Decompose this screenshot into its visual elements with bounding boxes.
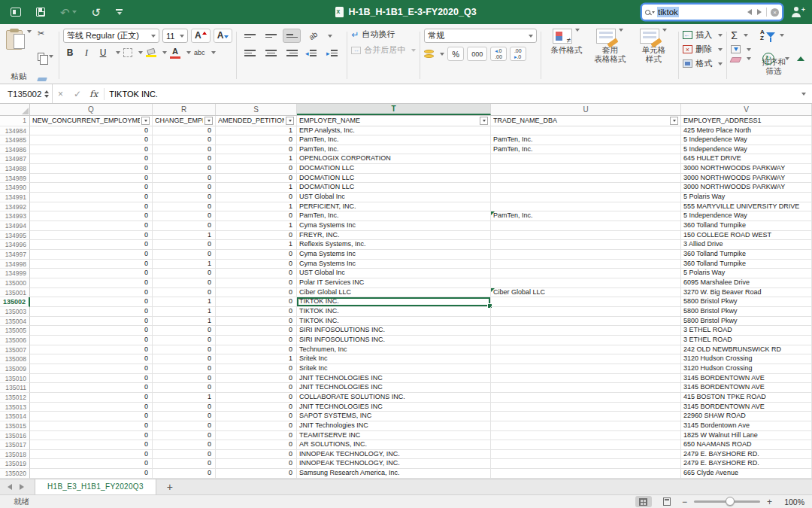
grid-cell[interactable]: 0 xyxy=(153,431,216,441)
grid-cell[interactable]: 3145 BORDENTOWN AVE xyxy=(681,383,812,393)
share-caret-icon[interactable] xyxy=(785,57,789,60)
grid-cell[interactable]: 3000 NORTHWOODS PARKWAY xyxy=(681,174,812,184)
grid-cell[interactable]: 0 xyxy=(30,269,153,278)
grid-cell[interactable]: 1 xyxy=(216,183,297,193)
format-as-table-button[interactable]: 套用表格格式 xyxy=(589,29,631,82)
prev-sheet-icon[interactable] xyxy=(8,484,12,490)
grid-cell[interactable]: 0 xyxy=(216,288,297,298)
grid-cell[interactable] xyxy=(491,469,681,479)
grid-cell[interactable] xyxy=(491,393,681,403)
grid-cell[interactable] xyxy=(491,231,681,241)
fill-color-icon[interactable] xyxy=(146,49,156,57)
filter-button-T[interactable] xyxy=(480,117,488,125)
row-number[interactable]: 135016 xyxy=(0,431,30,441)
grid-cell[interactable]: SIRI INFOSOLUTIONS INC. xyxy=(297,336,491,345)
grid-cell[interactable]: Ciber Global LLC xyxy=(297,288,491,298)
name-box[interactable]: T135002 xyxy=(0,84,53,103)
grid-cell[interactable]: TIKTOK INC. xyxy=(297,307,491,317)
grid-cell[interactable]: 0 xyxy=(153,183,216,193)
grid-cell[interactable]: 0 xyxy=(216,459,297,469)
grid-cell[interactable]: 0 xyxy=(30,145,153,155)
grid-cell[interactable]: 0 xyxy=(216,269,297,278)
grid-cell[interactable]: 3145 BORDENTOWN AVE xyxy=(681,403,812,412)
grid-cell[interactable]: 1 xyxy=(216,154,297,164)
grid-cell[interactable]: 6095 Marshalee Drive xyxy=(681,278,812,288)
row-number[interactable]: 134987 xyxy=(0,154,30,164)
grid-cell[interactable]: 0 xyxy=(153,193,216,202)
grid-cell[interactable]: 1 xyxy=(216,126,297,136)
grid-cell[interactable] xyxy=(491,250,681,260)
grid-cell[interactable]: PamTen, Inc. xyxy=(491,211,681,221)
grid-cell[interactable]: 0 xyxy=(153,164,216,174)
row-number[interactable]: 135009 xyxy=(0,364,30,374)
insert-function-icon[interactable]: fx xyxy=(89,89,98,99)
grid-cell[interactable] xyxy=(491,354,681,364)
grid-cell[interactable]: 0 xyxy=(216,364,297,374)
row-number[interactable]: 135014 xyxy=(0,412,30,421)
grid-cell[interactable]: 0 xyxy=(216,469,297,479)
grid-cell[interactable] xyxy=(491,450,681,460)
search-input[interactable]: tiktok × xyxy=(642,5,782,20)
grid-cell[interactable]: 242 OLD NEWBRUNSWICK RD xyxy=(681,345,812,355)
grid-cell[interactable]: 0 xyxy=(153,154,216,164)
wrap-text-button[interactable]: ↵ 自动换行 xyxy=(351,29,416,40)
grid-cell[interactable]: 0 xyxy=(30,336,153,345)
grid-cell[interactable]: 0 xyxy=(30,345,153,355)
grid-cell[interactable]: 150 COLLEGE ROAD WEST xyxy=(681,231,812,241)
field-header-R[interactable]: CHANGE_EMPLOYER xyxy=(153,116,216,126)
grid-cell[interactable]: 0 xyxy=(30,421,153,431)
grid-cell[interactable]: 0 xyxy=(216,145,297,155)
grid-cell[interactable]: 5800 Bristol Pkwy xyxy=(681,297,812,307)
column-header-U[interactable]: U xyxy=(491,104,681,115)
font-name-combo[interactable]: 等线 Regular (正文) xyxy=(63,29,159,43)
grid-cell[interactable]: 0 xyxy=(153,440,216,450)
increase-indent-button[interactable]: ▸ xyxy=(325,46,343,60)
grid-cell[interactable]: 0 xyxy=(153,459,216,469)
grid-cell[interactable]: 1 xyxy=(216,354,297,364)
grid-cell[interactable]: Polar IT Services INC xyxy=(297,278,491,288)
grid-cell[interactable]: JNIT TECHNOLOGIES INC xyxy=(297,383,491,393)
normal-view-button[interactable] xyxy=(635,496,652,507)
number-format-combo[interactable]: 常规 xyxy=(424,29,537,43)
grid-cell[interactable]: DOCMATION LLC xyxy=(297,183,491,193)
grid-cell[interactable]: 5800 Bristol Pkwy xyxy=(681,307,812,317)
grid-cell[interactable]: SAPOT SYSTEMS, INC xyxy=(297,412,491,421)
grid-cell[interactable]: JNIT TECHNOLOGIES INC xyxy=(297,403,491,412)
grid-cell[interactable]: PERFICIENT, INC. xyxy=(297,202,491,212)
shrink-font-button[interactable]: A xyxy=(214,29,233,43)
clear-eraser-icon[interactable] xyxy=(730,57,742,62)
sort-filter-button[interactable]: AZ xyxy=(760,29,784,41)
grid-cell[interactable]: 0 xyxy=(30,211,153,221)
grid-cell[interactable]: Technumen, Inc xyxy=(297,345,491,355)
row-number[interactable]: 134988 xyxy=(0,164,30,174)
grid-cell[interactable]: 0 xyxy=(216,193,297,202)
grid-cell[interactable]: 1 xyxy=(153,393,216,403)
row-number[interactable]: 134995 xyxy=(0,231,30,241)
grid-cell[interactable] xyxy=(491,431,681,441)
zoom-level[interactable]: 100% xyxy=(779,497,804,506)
grid-cell[interactable]: 0 xyxy=(216,164,297,174)
grid-cell[interactable]: 0 xyxy=(30,288,153,298)
grid-cell[interactable]: 0 xyxy=(153,145,216,155)
grid-cell[interactable]: 0 xyxy=(216,326,297,336)
grid-cell[interactable] xyxy=(491,307,681,317)
grid-cell[interactable]: 0 xyxy=(153,240,216,250)
grid-cell[interactable]: 0 xyxy=(30,431,153,441)
grid-cell[interactable]: 0 xyxy=(30,174,153,184)
grid-cell[interactable] xyxy=(491,221,681,231)
grid-cell[interactable]: 3 Allied Drive xyxy=(681,240,812,250)
row-number[interactable]: 134986 xyxy=(0,145,30,155)
row-number[interactable]: 134992 xyxy=(0,202,30,212)
grid-cell[interactable]: 0 xyxy=(153,278,216,288)
grid-cell[interactable]: Cyma Systems Inc xyxy=(297,250,491,260)
row-number[interactable]: 135004 xyxy=(0,317,30,327)
grid-cell[interactable]: 2479 E. BAYSHORE RD. xyxy=(681,450,812,460)
grow-font-button[interactable]: A xyxy=(191,29,211,43)
row-number[interactable]: 135000 xyxy=(0,278,30,288)
grid-cell[interactable]: INNOPEAK TECHNOLOGY, INC. xyxy=(297,459,491,469)
search-scope-caret-icon[interactable] xyxy=(652,11,655,14)
toggle-sidebar-icon[interactable] xyxy=(11,8,21,17)
grid-cell[interactable]: 0 xyxy=(216,440,297,450)
grid-cell[interactable]: 0 xyxy=(30,164,153,174)
grid-cell[interactable]: 0 xyxy=(216,231,297,241)
